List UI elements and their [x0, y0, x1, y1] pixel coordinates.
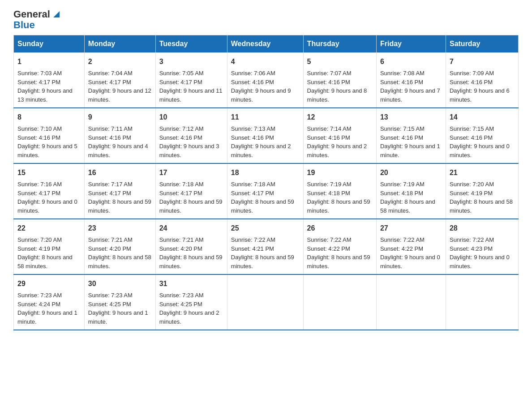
day-info: Sunrise: 7:20 AMSunset: 4:19 PMDaylight:… [450, 181, 513, 214]
day-number: 5 [307, 56, 373, 67]
day-info: Sunrise: 7:22 AMSunset: 4:21 PMDaylight:… [231, 236, 294, 270]
day-number: 9 [88, 112, 152, 123]
calendar-header-row: SundayMondayTuesdayWednesdayThursdayFrid… [14, 35, 519, 53]
day-info: Sunrise: 7:22 AMSunset: 4:22 PMDaylight:… [380, 236, 440, 270]
day-info: Sunrise: 7:13 AMSunset: 4:16 PMDaylight:… [231, 125, 291, 158]
calendar-day-cell: 29 Sunrise: 7:23 AMSunset: 4:24 PMDaylig… [14, 274, 85, 330]
day-number: 6 [380, 56, 442, 67]
day-info: Sunrise: 7:11 AMSunset: 4:16 PMDaylight:… [88, 125, 148, 158]
day-info: Sunrise: 7:16 AMSunset: 4:17 PMDaylight:… [17, 181, 77, 214]
day-number: 26 [307, 223, 373, 234]
day-info: Sunrise: 7:23 AMSunset: 4:25 PMDaylight:… [159, 292, 219, 325]
calendar-day-cell: 23 Sunrise: 7:21 AMSunset: 4:20 PMDaylig… [84, 219, 155, 274]
calendar-day-cell: 13 Sunrise: 7:15 AMSunset: 4:16 PMDaylig… [376, 108, 446, 163]
calendar-day-cell: 22 Sunrise: 7:20 AMSunset: 4:19 PMDaylig… [14, 219, 85, 274]
calendar-day-cell: 5 Sunrise: 7:07 AMSunset: 4:16 PMDayligh… [303, 53, 376, 108]
calendar-day-cell [446, 274, 518, 330]
logo-general: General [13, 9, 50, 20]
day-info: Sunrise: 7:05 AMSunset: 4:17 PMDaylight:… [159, 70, 223, 103]
day-number: 23 [88, 223, 152, 234]
calendar-day-cell [227, 274, 303, 330]
calendar-day-cell: 3 Sunrise: 7:05 AMSunset: 4:17 PMDayligh… [155, 53, 227, 108]
calendar-day-cell: 2 Sunrise: 7:04 AMSunset: 4:17 PMDayligh… [84, 53, 155, 108]
day-number: 11 [231, 112, 300, 123]
calendar-day-cell: 21 Sunrise: 7:20 AMSunset: 4:19 PMDaylig… [446, 163, 518, 219]
day-info: Sunrise: 7:18 AMSunset: 4:17 PMDaylight:… [159, 181, 223, 214]
logo-wordmark: General Blue [13, 9, 61, 30]
logo-triangle-icon [51, 9, 61, 19]
day-number: 3 [159, 56, 223, 67]
day-info: Sunrise: 7:04 AMSunset: 4:17 PMDaylight:… [88, 70, 151, 103]
day-number: 12 [307, 112, 373, 123]
calendar-day-cell: 24 Sunrise: 7:21 AMSunset: 4:20 PMDaylig… [155, 219, 227, 274]
day-info: Sunrise: 7:18 AMSunset: 4:17 PMDaylight:… [231, 181, 294, 214]
calendar-day-cell: 26 Sunrise: 7:22 AMSunset: 4:22 PMDaylig… [303, 219, 376, 274]
day-info: Sunrise: 7:03 AMSunset: 4:17 PMDaylight:… [17, 70, 73, 103]
day-number: 24 [159, 223, 223, 234]
day-info: Sunrise: 7:22 AMSunset: 4:22 PMDaylight:… [307, 236, 370, 270]
day-number: 13 [380, 112, 442, 123]
calendar-day-cell: 18 Sunrise: 7:18 AMSunset: 4:17 PMDaylig… [227, 163, 303, 219]
day-number: 21 [450, 167, 515, 178]
day-of-week-header: Thursday [303, 35, 376, 53]
day-of-week-header: Friday [376, 35, 446, 53]
calendar-day-cell: 8 Sunrise: 7:10 AMSunset: 4:16 PMDayligh… [14, 108, 85, 163]
calendar-day-cell: 19 Sunrise: 7:19 AMSunset: 4:18 PMDaylig… [303, 163, 376, 219]
day-info: Sunrise: 7:21 AMSunset: 4:20 PMDaylight:… [88, 236, 151, 270]
day-number: 20 [380, 167, 442, 178]
day-of-week-header: Sunday [14, 35, 85, 53]
day-number: 19 [307, 167, 373, 178]
day-info: Sunrise: 7:10 AMSunset: 4:16 PMDaylight:… [17, 125, 77, 158]
calendar-week-row: 8 Sunrise: 7:10 AMSunset: 4:16 PMDayligh… [14, 108, 519, 163]
day-number: 10 [159, 112, 223, 123]
day-info: Sunrise: 7:20 AMSunset: 4:19 PMDaylight:… [17, 236, 73, 270]
calendar-day-cell: 14 Sunrise: 7:15 AMSunset: 4:16 PMDaylig… [446, 108, 518, 163]
day-number: 27 [380, 223, 442, 234]
day-info: Sunrise: 7:23 AMSunset: 4:24 PMDaylight:… [17, 292, 77, 325]
calendar-day-cell: 31 Sunrise: 7:23 AMSunset: 4:25 PMDaylig… [155, 274, 227, 330]
day-number: 28 [450, 223, 515, 234]
day-number: 4 [231, 56, 300, 67]
day-of-week-header: Saturday [446, 35, 518, 53]
day-number: 1 [17, 56, 81, 67]
day-number: 25 [231, 223, 300, 234]
day-number: 22 [17, 223, 81, 234]
page-header: General Blue [13, 9, 519, 30]
day-of-week-header: Wednesday [227, 35, 303, 53]
day-number: 29 [17, 278, 81, 289]
day-info: Sunrise: 7:12 AMSunset: 4:16 PMDaylight:… [159, 125, 219, 158]
calendar-day-cell: 17 Sunrise: 7:18 AMSunset: 4:17 PMDaylig… [155, 163, 227, 219]
calendar-day-cell: 12 Sunrise: 7:14 AMSunset: 4:16 PMDaylig… [303, 108, 376, 163]
logo-blue: Blue [13, 19, 35, 30]
day-info: Sunrise: 7:08 AMSunset: 4:16 PMDaylight:… [380, 70, 440, 103]
calendar-day-cell: 1 Sunrise: 7:03 AMSunset: 4:17 PMDayligh… [14, 53, 85, 108]
calendar-table: SundayMondayTuesdayWednesdayThursdayFrid… [13, 35, 519, 330]
day-info: Sunrise: 7:09 AMSunset: 4:16 PMDaylight:… [450, 70, 510, 103]
calendar-day-cell: 6 Sunrise: 7:08 AMSunset: 4:16 PMDayligh… [376, 53, 446, 108]
day-info: Sunrise: 7:15 AMSunset: 4:16 PMDaylight:… [450, 125, 510, 158]
calendar-day-cell: 16 Sunrise: 7:17 AMSunset: 4:17 PMDaylig… [84, 163, 155, 219]
calendar-week-row: 29 Sunrise: 7:23 AMSunset: 4:24 PMDaylig… [14, 274, 519, 330]
calendar-day-cell: 11 Sunrise: 7:13 AMSunset: 4:16 PMDaylig… [227, 108, 303, 163]
day-info: Sunrise: 7:22 AMSunset: 4:23 PMDaylight:… [450, 236, 510, 270]
calendar-day-cell: 7 Sunrise: 7:09 AMSunset: 4:16 PMDayligh… [446, 53, 518, 108]
calendar-day-cell: 25 Sunrise: 7:22 AMSunset: 4:21 PMDaylig… [227, 219, 303, 274]
day-info: Sunrise: 7:17 AMSunset: 4:17 PMDaylight:… [88, 181, 151, 214]
calendar-day-cell: 20 Sunrise: 7:19 AMSunset: 4:18 PMDaylig… [376, 163, 446, 219]
day-info: Sunrise: 7:06 AMSunset: 4:16 PMDaylight:… [231, 70, 291, 103]
calendar-day-cell [303, 274, 376, 330]
day-of-week-header: Tuesday [155, 35, 227, 53]
day-number: 8 [17, 112, 81, 123]
calendar-day-cell: 28 Sunrise: 7:22 AMSunset: 4:23 PMDaylig… [446, 219, 518, 274]
day-info: Sunrise: 7:19 AMSunset: 4:18 PMDaylight:… [380, 181, 435, 214]
day-info: Sunrise: 7:19 AMSunset: 4:18 PMDaylight:… [307, 181, 370, 214]
calendar-day-cell: 4 Sunrise: 7:06 AMSunset: 4:16 PMDayligh… [227, 53, 303, 108]
logo: General Blue [13, 9, 61, 30]
day-info: Sunrise: 7:07 AMSunset: 4:16 PMDaylight:… [307, 70, 367, 103]
calendar-week-row: 1 Sunrise: 7:03 AMSunset: 4:17 PMDayligh… [14, 53, 519, 108]
day-number: 15 [17, 167, 81, 178]
svg-marker-0 [53, 11, 60, 17]
calendar-day-cell: 30 Sunrise: 7:23 AMSunset: 4:25 PMDaylig… [84, 274, 155, 330]
calendar-week-row: 15 Sunrise: 7:16 AMSunset: 4:17 PMDaylig… [14, 163, 519, 219]
day-info: Sunrise: 7:15 AMSunset: 4:16 PMDaylight:… [380, 125, 440, 158]
